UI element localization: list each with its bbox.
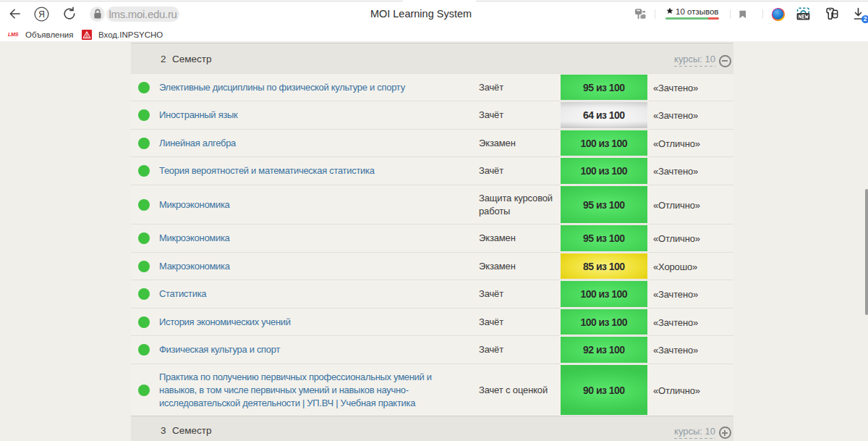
svg-text:Я: Я [38, 9, 45, 19]
